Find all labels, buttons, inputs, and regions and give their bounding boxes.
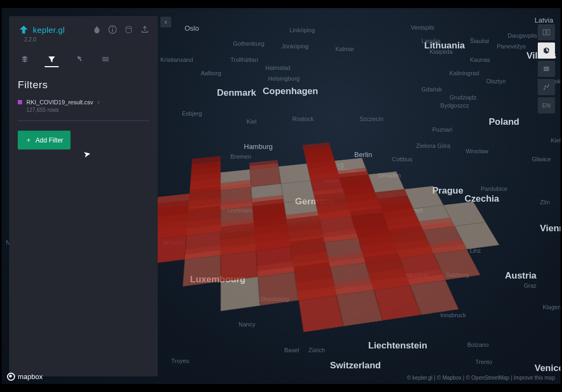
dataset-name: RKI_COVID19_result.csv	[26, 99, 93, 105]
attrib-improve[interactable]: Improve this map	[514, 375, 555, 381]
map-label: Bolzano	[467, 341, 489, 348]
collapse-sidebar-button[interactable]: ‹	[160, 17, 171, 27]
map-label: Liepāja	[422, 38, 440, 44]
app-name: kepler.gl	[33, 25, 65, 34]
locale-button[interactable]: EN	[538, 97, 555, 113]
tab-filters[interactable]	[45, 52, 59, 67]
add-filter-label: Add Filter	[36, 137, 63, 144]
map-label: Aalborg	[201, 70, 221, 76]
map-label: Šiauliai	[470, 38, 489, 44]
split-map-button[interactable]	[538, 24, 555, 40]
map-attribution: © kepler.gl | © Mapbox | © OpenStreetMap…	[407, 375, 555, 381]
map-label: Innsbruck	[440, 312, 466, 318]
map-label: Venice	[535, 363, 560, 374]
divider	[18, 120, 149, 121]
mapbox-logo[interactable]: mapbox	[7, 373, 43, 381]
tab-layers[interactable]	[18, 52, 32, 67]
svg-point-11	[547, 87, 548, 88]
map-label: Kristiansand	[160, 56, 193, 63]
map-label: Olsztyn	[486, 78, 506, 84]
attrib-osm[interactable]: © OpenStreetMap	[466, 375, 509, 381]
dataset-color-swatch	[18, 100, 22, 104]
chevron-right-icon: ›	[97, 98, 100, 106]
map-label: Liechtenstein	[368, 340, 427, 351]
side-panel: kepler.gl 2.2.0 Filters RKI_COVID19_resu…	[9, 16, 158, 376]
attrib-mapbox[interactable]: © Mapbox	[437, 375, 462, 381]
map-controls: EN	[538, 24, 555, 113]
svg-rect-6	[544, 67, 549, 68]
add-filter-button[interactable]: ＋ Add Filter	[18, 131, 71, 149]
panel-tabs	[9, 47, 158, 67]
map-label: Hamburg	[244, 142, 272, 151]
map-label: Kiel	[247, 118, 256, 125]
map-label: Vienna	[540, 223, 560, 234]
info-icon[interactable]	[108, 25, 117, 34]
map-label: Latvia	[535, 16, 553, 24]
map-label: Ventspils	[411, 24, 434, 31]
map-label: Klaipėda	[430, 48, 453, 55]
dataset-row-count: 127,655 rows	[9, 106, 158, 120]
map-label: Grudziądz	[449, 94, 476, 101]
map-label: Denmark	[217, 88, 256, 98]
map-label: Zlín	[540, 199, 550, 205]
map-label: Switzerland	[330, 360, 381, 371]
share-icon[interactable]	[140, 25, 149, 34]
tab-basemap[interactable]	[99, 52, 113, 67]
svg-rect-4	[543, 30, 546, 35]
map-label: Linköping	[290, 27, 315, 33]
svg-rect-1	[112, 29, 113, 32]
map-label: Gothenburg	[233, 40, 264, 47]
bug-icon[interactable]	[92, 25, 101, 34]
app-version: 2.2.0	[9, 37, 158, 42]
svg-rect-8	[544, 70, 549, 71]
map-label: Szczecin	[360, 116, 383, 122]
storage-icon[interactable]	[124, 25, 133, 34]
map-label: Rostock	[292, 116, 314, 122]
app-logo[interactable]: kepler.gl	[18, 24, 65, 35]
map-label: Gdańsk	[422, 86, 442, 92]
map-label: Lithuania	[424, 40, 465, 51]
map-label: Bydgoszcz	[440, 102, 469, 109]
map-label: Trento	[475, 359, 492, 365]
map-label: Kaliningrad	[449, 70, 479, 76]
map-label: Daugavpils	[508, 32, 537, 39]
panel-title: Filters	[9, 67, 158, 96]
map-label: Kalmar	[335, 46, 354, 52]
kepler-logo-icon	[18, 24, 30, 35]
mapbox-logo-icon	[7, 373, 15, 381]
map-label: Jönköping	[282, 43, 308, 49]
map-label: Kielce	[551, 137, 560, 144]
map-label: Zürich	[308, 347, 325, 353]
grid-layer-viz	[134, 133, 560, 358]
tab-interactions[interactable]	[72, 52, 86, 67]
map-label: Poland	[489, 117, 519, 127]
svg-rect-5	[547, 30, 550, 35]
map-label: Esbjerg	[182, 110, 202, 117]
svg-point-10	[545, 85, 546, 87]
map-label: Gliwice	[532, 156, 551, 162]
plus-icon: ＋	[25, 136, 32, 145]
svg-point-3	[126, 26, 131, 28]
svg-point-12	[548, 84, 549, 85]
map-draw-button[interactable]	[538, 79, 555, 95]
map-label: Basel	[284, 347, 299, 353]
toggle-3d-button[interactable]	[538, 42, 555, 59]
map-label: Panevėžys	[497, 43, 526, 49]
svg-point-2	[112, 27, 113, 28]
map-label: Kaunas	[470, 56, 490, 63]
map-label: Halmstad	[265, 65, 290, 71]
svg-point-9	[544, 89, 545, 90]
attrib-kepler[interactable]: © kepler.gl	[407, 375, 432, 381]
map-label: Copenhagen	[263, 86, 318, 97]
dataset-row[interactable]: RKI_COVID19_result.csv ›	[9, 96, 158, 106]
map-label: Troyes	[171, 358, 189, 364]
map-label: Oslo	[185, 24, 199, 32]
svg-rect-7	[544, 68, 549, 69]
map-label: Poznań	[432, 126, 452, 133]
map-legend-button[interactable]	[538, 61, 555, 77]
map-label: Trollhättan	[230, 56, 258, 63]
map-label: Helsingborg	[268, 75, 300, 82]
map-label: Klagenfurt	[543, 304, 560, 310]
